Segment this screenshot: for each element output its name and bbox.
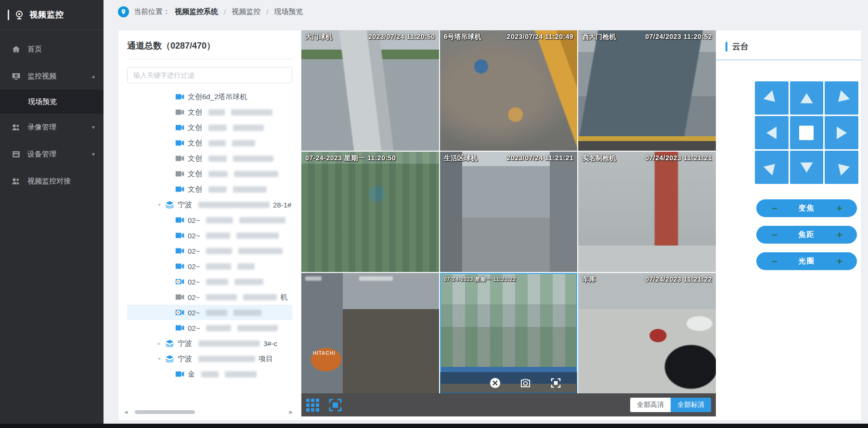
redacted-text <box>238 248 283 254</box>
caret-down-icon[interactable]: ▾ <box>157 356 162 362</box>
video-tile-3[interactable]: 西大门枪机07/24/2023 11:20:52 <box>578 30 716 151</box>
ptz-stop-button[interactable] <box>790 116 824 149</box>
ptz-zoom-control: −变焦+ <box>756 199 857 217</box>
breadcrumb: 当前位置： 视频监控系统 / 视频监控 / 现场预览 <box>104 0 868 23</box>
tree-channel-node[interactable]: 02~ <box>127 228 292 243</box>
sidebar-item-3[interactable]: 录像管理▼ <box>0 114 104 141</box>
sidebar-item-4[interactable]: 设备管理▼ <box>0 141 104 168</box>
tree-node-label: 文创 <box>188 123 202 132</box>
sidebar-item-1[interactable]: 首页 <box>0 36 104 63</box>
grid-layout-icon[interactable] <box>306 399 319 412</box>
camera-name-osd: 车库 <box>582 275 596 284</box>
pan-up-button[interactable] <box>790 81 824 115</box>
video-tile-2[interactable]: 6号塔吊球机2023/07/24 11:20:49 <box>440 30 578 151</box>
video-tile-4[interactable]: 07-24-2023 星期一 11:20:50 <box>301 152 439 272</box>
tree-group-node[interactable]: ▾宁波项目 <box>127 351 292 366</box>
tree-channel-node[interactable]: 文创6d_2塔吊球机 <box>127 89 292 104</box>
fullscreen-icon[interactable] <box>329 399 342 412</box>
ptz-header: 云台 <box>716 41 861 60</box>
redacted-text <box>233 156 273 162</box>
tree-channel-node[interactable]: 金 <box>127 366 292 382</box>
breadcrumb-label: 当前位置： <box>134 7 170 16</box>
tree-group-node[interactable]: ▾宁波28-1# <box>127 197 292 212</box>
tree-channel-node[interactable]: 文创 <box>127 135 292 151</box>
focus-plus-button[interactable]: + <box>837 226 842 244</box>
breadcrumb-root: 视频监控系统 <box>175 7 218 16</box>
sidebar-item-2[interactable]: 监控视频▲ <box>0 63 104 90</box>
scroll-right-icon[interactable]: ▶ <box>289 410 295 415</box>
tree-channel-node[interactable]: 02~ <box>127 320 292 336</box>
redacted-text <box>206 217 233 223</box>
breadcrumb-current-page: 现场预览 <box>274 7 303 16</box>
iris-plus-button[interactable]: + <box>837 252 842 270</box>
video-tile-6[interactable]: 实名制枪机07/24/2023 11:21:21 <box>578 152 716 272</box>
tree-channel-node[interactable]: 文创 <box>127 166 292 182</box>
caret-right-icon[interactable]: ▸ <box>157 340 162 347</box>
video-tile-8[interactable]: 07-24-2023 星期一 11:21:22 <box>440 273 578 393</box>
scrollbar-thumb[interactable] <box>135 410 195 414</box>
tree-channel-node[interactable]: 02~ <box>127 274 292 289</box>
tree-node-label: 文创 <box>188 108 202 117</box>
arrow-icon <box>800 93 813 103</box>
iris-minus-button[interactable]: − <box>772 252 777 270</box>
app-logo: 视频监控 <box>0 0 104 30</box>
zoom-minus-button[interactable]: − <box>772 199 777 217</box>
caret-down-icon[interactable]: ▾ <box>157 202 162 208</box>
video-tile-5[interactable]: 生活区球机2023/07/24 11:21:21 <box>440 152 578 272</box>
redacted-text <box>198 202 270 208</box>
pan-down-button[interactable] <box>790 151 824 184</box>
channel-filter-input[interactable] <box>127 67 292 83</box>
pan-up-right-button[interactable] <box>825 81 858 115</box>
video-tile-7[interactable]: HITACHI <box>301 273 439 393</box>
redacted-text <box>198 340 260 347</box>
pan-up-left-button[interactable] <box>755 81 789 115</box>
close-stream-icon[interactable] <box>490 377 501 389</box>
pan-right-button[interactable] <box>825 116 858 149</box>
channel-count-title: 通道总数（0287/470） <box>127 40 292 59</box>
arrow-icon <box>800 162 813 172</box>
tree-channel-node[interactable]: 文创 <box>127 120 292 135</box>
sidebar-item-5[interactable]: 视频监控对接 <box>0 168 104 195</box>
tree-channel-node[interactable]: 文创 <box>127 104 292 120</box>
redacted-text <box>208 186 227 193</box>
tree-node-label: 文创 <box>188 139 202 148</box>
video-tile-9[interactable]: 车库07/24/2023 11:21:22 <box>578 273 716 393</box>
tree-channel-node[interactable]: 02~ <box>127 212 292 228</box>
tree-channel-node[interactable]: 文创 <box>127 151 292 166</box>
pan-down-left-button[interactable] <box>755 151 789 184</box>
tree-group-node[interactable]: ▸宁波3#-c <box>127 336 292 351</box>
snapshot-camera-icon[interactable] <box>520 377 531 389</box>
timestamp-osd: 07/24/2023 11:20:52 <box>645 33 712 40</box>
tree-node-label: 文创6d_2塔吊球机 <box>188 92 247 102</box>
scroll-left-icon[interactable]: ◀ <box>124 410 130 415</box>
tree-node-label: 02~ <box>188 293 200 301</box>
redacted-text <box>234 279 263 285</box>
page-footer-strip <box>0 424 868 428</box>
tree-horizontal-scrollbar[interactable]: ◀ ▶ <box>124 409 295 415</box>
redacted-text <box>206 294 237 300</box>
app-title: 视频监控 <box>29 9 64 20</box>
record-icon <box>12 123 21 132</box>
breadcrumb-section[interactable]: 视频监控 <box>232 7 260 16</box>
redacted-text <box>237 325 278 331</box>
zoom-plus-button[interactable]: + <box>837 199 842 217</box>
video-tile-1[interactable]: 大门球机2023/07/24 11:20:50 <box>301 30 439 151</box>
redacted-text <box>233 186 267 193</box>
tree-channel-node[interactable]: 02~机 <box>127 289 292 305</box>
pan-left-button[interactable] <box>755 116 789 149</box>
redacted-text <box>198 356 255 362</box>
tree-channel-node[interactable]: 文创 <box>127 182 292 197</box>
tree-channel-node[interactable]: 02~ <box>127 243 292 259</box>
pan-down-right-button[interactable] <box>825 151 858 184</box>
tree-channel-node[interactable]: 02~ <box>127 305 292 320</box>
redacted-text <box>208 171 228 177</box>
tree-channel-node[interactable]: 02~ <box>127 259 292 274</box>
sidebar-subitem-现场预览[interactable]: 现场预览 <box>0 90 104 114</box>
stop-square-icon <box>799 126 814 140</box>
focus-minus-button[interactable]: − <box>772 226 777 244</box>
tree-node-label-suffix: 28-1# <box>273 201 291 209</box>
all-hd-button[interactable]: 全部高清 <box>630 398 671 412</box>
all-sd-button[interactable]: 全部标清 <box>671 398 711 412</box>
camera-name-osd: 实名制枪机 <box>582 154 616 163</box>
digital-zoom-icon[interactable] <box>550 377 561 389</box>
